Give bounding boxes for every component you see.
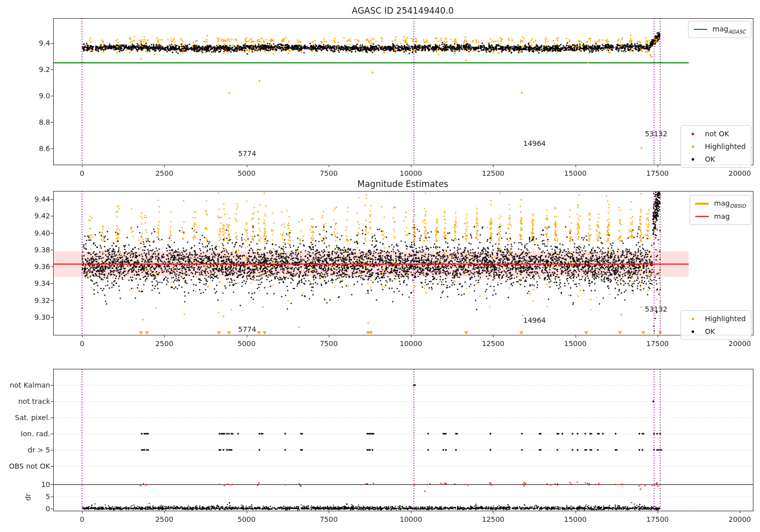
- x-tick-label: 12500: [482, 339, 505, 348]
- x-tick-label: 7500: [320, 339, 338, 348]
- x-tick-label: 15000: [564, 339, 587, 348]
- legend-entry: OK: [686, 326, 746, 336]
- legend-label: mag: [714, 212, 730, 220]
- x-tick-label: 5000: [238, 339, 256, 348]
- legend-label: OK: [705, 327, 715, 335]
- y-tick-label: 9.40: [34, 229, 50, 238]
- x-tick-label: 2500: [155, 169, 173, 178]
- x-tick-label: 2500: [155, 339, 173, 348]
- x-tick-label: 10000: [400, 515, 423, 524]
- flag-category-label: not Kalman: [10, 381, 50, 390]
- legend-mag-agasc: magAGASC: [688, 21, 751, 38]
- x-tick-label: 17500: [646, 339, 669, 348]
- y-tick-label: 9.44: [34, 195, 50, 204]
- x-tick-label: 15000: [564, 169, 587, 178]
- x-tick-label: 17500: [646, 515, 669, 524]
- legend-entry: magAGASC: [694, 24, 746, 34]
- x-tick-label: 17500: [646, 169, 669, 178]
- legend-label: Highlighted: [705, 315, 746, 323]
- obsid-annotation: 5774: [238, 325, 256, 333]
- y-tick-label: 9.30: [34, 313, 50, 322]
- y-tick-label: 9.38: [34, 245, 50, 254]
- x-tick-label: 0: [80, 169, 85, 178]
- legend-dot-swatch: [686, 133, 700, 135]
- x-tick-label: 10000: [400, 169, 423, 178]
- dr-tick-label: 0: [46, 504, 50, 513]
- x-tick-label: 5000: [238, 515, 256, 524]
- legend-entry: not OK: [686, 129, 746, 139]
- legend-mag-obsid: magOBSIDmag: [690, 195, 751, 225]
- dr-tick-label: 5: [46, 492, 50, 501]
- x-tick-label: 7500: [320, 169, 338, 178]
- flag-category-label: dr > 5: [28, 445, 50, 454]
- obsid-annotation: 53132: [645, 305, 668, 313]
- legend-line-swatch: [695, 216, 709, 217]
- legend-label: not OK: [705, 130, 729, 138]
- plot1-title: AGASC ID 254149440.0: [352, 6, 453, 16]
- x-tick-label: 12500: [482, 515, 505, 524]
- obsid-annotation: 14964: [523, 316, 546, 324]
- legend-dot-swatch: [686, 158, 700, 161]
- legend-label: OK: [705, 155, 715, 163]
- plot2-title: Magnitude Estimates: [357, 179, 448, 189]
- plot-canvas: [0, 0, 760, 532]
- x-tick-label: 0: [80, 339, 85, 348]
- x-tick-label: 0: [80, 515, 85, 524]
- obsid-annotation: 14964: [523, 139, 546, 147]
- legend-plot1-status: not OKHighlightedOK: [680, 125, 751, 168]
- figure: AGASC ID 254149440.0 Magnitude Estimates…: [0, 0, 760, 532]
- dr-tick-label: 10: [41, 480, 50, 489]
- flag-category-label: not track: [18, 397, 50, 406]
- legend-dot-swatch: [686, 330, 700, 333]
- legend-line-swatch: [694, 29, 707, 30]
- x-tick-label: 5000: [238, 169, 256, 178]
- legend-entry: Highlighted: [686, 141, 746, 151]
- x-tick-label: 12500: [482, 169, 505, 178]
- x-tick-label: 2500: [155, 515, 173, 524]
- obsid-annotation: 5774: [238, 149, 256, 158]
- y-tick-label: 8.8: [39, 118, 50, 127]
- legend-dot-swatch: [686, 145, 700, 148]
- legend-entry: OK: [686, 154, 746, 164]
- y-tick-label: 9.36: [34, 262, 50, 271]
- flag-category-label: OBS not OK: [9, 462, 50, 471]
- x-tick-label: 7500: [320, 515, 338, 524]
- legend-dot-swatch: [686, 318, 700, 320]
- x-tick-label: 10000: [400, 339, 423, 348]
- legend-entry: magOBSID: [695, 199, 746, 209]
- legend-entry: Highlighted: [686, 314, 746, 324]
- obsid-annotation: 53132: [645, 130, 668, 138]
- y-tick-label: 9.34: [34, 279, 50, 288]
- x-tick-label: 15000: [564, 515, 587, 524]
- flag-category-label: Ion. rad.: [21, 429, 50, 438]
- x-tick-label: 20000: [729, 339, 751, 348]
- legend-label: Highlighted: [705, 142, 746, 150]
- legend-label: magOBSID: [714, 199, 746, 209]
- y-tick-label: 8.6: [39, 144, 50, 153]
- legend-line-swatch: [695, 203, 709, 205]
- y-tick-label: 9.2: [39, 65, 50, 74]
- x-tick-label: 20000: [729, 515, 751, 524]
- flag-category-label: Sat. pixel.: [15, 413, 50, 422]
- legend-label: magAGASC: [712, 25, 746, 34]
- x-tick-label: 20000: [729, 169, 751, 178]
- y-tick-label: 9.4: [39, 39, 50, 48]
- plot3-ylabel: dr: [24, 493, 32, 501]
- legend-entry: mag: [695, 211, 746, 221]
- y-tick-label: 9.42: [34, 211, 50, 220]
- legend-plot2-status: HighlightedOK: [680, 310, 751, 340]
- y-tick-label: 9.0: [39, 91, 50, 100]
- y-tick-label: 9.32: [34, 296, 50, 305]
